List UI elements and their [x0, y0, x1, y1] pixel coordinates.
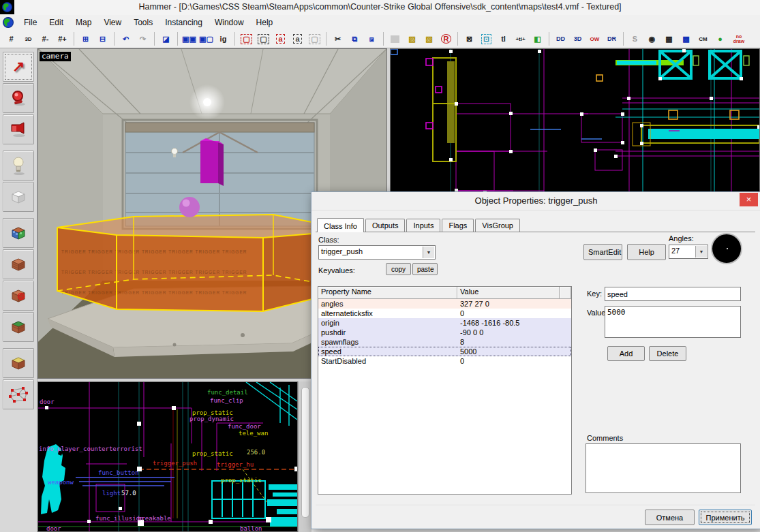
keyvalues-table[interactable]: Property Name Value angles327 27 0 alter… — [318, 286, 572, 495]
flip-faces-button[interactable]: ◧ — [530, 31, 545, 46]
hide-selected-button[interactable]: ▢ — [239, 31, 254, 46]
key-input[interactable] — [605, 287, 741, 301]
block-tool-button[interactable] — [3, 182, 34, 212]
comments-label: Comments — [587, 434, 623, 442]
smartedit-button[interactable]: SmartEdit — [583, 244, 622, 260]
column-header-value[interactable]: Value — [457, 287, 560, 299]
angle-dial[interactable] — [711, 233, 742, 264]
table-row[interactable]: pushdir-90 0 0 — [318, 328, 571, 337]
paint-alpha-button[interactable]: ▩ — [678, 31, 694, 46]
angles-combobox[interactable]: 27 ▼ — [669, 245, 708, 259]
carve-button[interactable]: ◪ — [158, 31, 174, 46]
chevron-down-icon[interactable]: ▼ — [423, 247, 434, 258]
show-hidden-button[interactable]: a — [273, 31, 288, 46]
sculpt-button[interactable]: S — [627, 31, 643, 46]
add-button[interactable]: Add — [607, 346, 645, 361]
menu-edit[interactable]: Edit — [43, 16, 70, 29]
larger-grid-button[interactable]: #+ — [55, 31, 70, 46]
toolbar-separator — [457, 32, 458, 46]
camera-tool-button[interactable] — [3, 114, 34, 144]
menu-tools[interactable]: Tools — [127, 16, 159, 29]
vertex-tool-button[interactable] — [3, 379, 34, 409]
menu-instancing[interactable]: Instancing — [159, 16, 209, 29]
model-fade-preview-button[interactable]: ● — [712, 31, 728, 46]
nodraw-preview-button[interactable]: no draw — [729, 31, 748, 46]
load-window-state-button[interactable]: ⊞ — [78, 31, 93, 46]
value-textarea[interactable]: 5000 — [605, 306, 741, 338]
table-row[interactable]: origin-1468 -1616 -80.5 — [318, 318, 571, 328]
center-mode-button[interactable]: CM — [695, 31, 711, 46]
copy-button[interactable]: ⧉ — [347, 31, 363, 46]
table-row[interactable]: spawnflags8 — [318, 337, 571, 347]
column-header-property-name[interactable]: Property Name — [318, 287, 457, 299]
ungroup-button[interactable]: ▣▢ — [198, 31, 214, 46]
help-button[interactable]: Help — [627, 244, 666, 260]
class-combobox[interactable]: trigger_push ▼ — [318, 245, 436, 260]
record-button[interactable]: R — [438, 31, 454, 46]
texture-application-tool-button[interactable] — [3, 218, 34, 248]
apply-button[interactable]: Применить — [699, 510, 752, 525]
viewport-scrollbar[interactable] — [298, 381, 311, 532]
tab-inputs[interactable]: Inputs — [406, 219, 440, 232]
table-row-selected[interactable]: speed5000 — [318, 347, 571, 356]
copy-keyvalues-button[interactable]: copy — [386, 263, 411, 275]
selection-tool-button[interactable]: ↗ — [3, 52, 34, 82]
toggle-3d-grid-button[interactable]: 3D — [20, 31, 36, 46]
comments-textarea[interactable] — [586, 443, 741, 493]
tab-outputs[interactable]: Outputs — [365, 219, 406, 232]
cancel-button[interactable]: Отмена — [645, 510, 695, 525]
show-all-button[interactable]: ▢ — [307, 31, 322, 46]
clip-tool-button[interactable] — [3, 348, 34, 378]
table-row[interactable]: angles327 27 0 — [318, 299, 571, 309]
displacement-3d-button[interactable]: 3D — [570, 31, 586, 46]
fence-preview-button[interactable]: ▦ — [661, 31, 677, 46]
chevron-down-icon[interactable]: ▼ — [695, 246, 707, 257]
toolbar-separator — [623, 32, 624, 46]
texture-lock-button[interactable]: ▨ — [404, 31, 420, 46]
displacement-walkable-button[interactable]: OW — [587, 31, 603, 46]
overlay-tool-button[interactable] — [3, 312, 34, 342]
texture-scale-lock-button[interactable]: ▧ — [421, 31, 437, 46]
entity-tool-button[interactable] — [3, 151, 34, 181]
select-solid-button[interactable]: ⊠ — [461, 31, 477, 46]
close-button[interactable]: × — [740, 193, 758, 206]
dialog-title-bar[interactable]: Object Properties: trigger_push × — [311, 192, 760, 210]
menu-window[interactable]: Window — [209, 16, 250, 29]
undo-button[interactable]: ↶ — [118, 31, 134, 46]
cut-button[interactable]: ✂ — [330, 31, 346, 46]
menu-help[interactable]: Help — [250, 16, 279, 29]
viewport-label-camera[interactable]: camera — [40, 52, 71, 61]
redo-button[interactable]: ↷ — [135, 31, 151, 46]
texture-lock-tl-button[interactable]: tl — [496, 31, 511, 46]
tab-visgroup[interactable]: VisGroup — [475, 219, 520, 232]
texture-lock-scale-button[interactable]: +tl+ — [513, 31, 528, 46]
table-row[interactable]: StartDisabled0 — [318, 356, 571, 366]
group-button[interactable]: ▣▣ — [181, 31, 197, 46]
table-row[interactable]: alternateticksfix0 — [318, 309, 571, 318]
magnify-tool-button[interactable] — [3, 83, 34, 113]
delete-button[interactable]: Delete — [649, 346, 686, 361]
paste-keyvalues-button[interactable]: paste — [412, 263, 438, 275]
menu-file[interactable]: File — [18, 16, 43, 29]
hide-unselected-button[interactable]: ▢ — [256, 31, 271, 46]
scrollbar-thumb[interactable] — [301, 387, 309, 518]
paste-button[interactable]: ⧈ — [364, 31, 380, 46]
apply-texture-tool-button[interactable] — [3, 249, 34, 279]
menu-view[interactable]: View — [97, 16, 127, 29]
ignore-groups-button[interactable]: ig — [215, 31, 231, 46]
blank-button[interactable] — [387, 31, 403, 46]
hide-visgroup-button[interactable]: a — [290, 31, 305, 46]
tab-class-info[interactable]: Class Info — [317, 218, 364, 232]
radius-culling-button[interactable]: ◉ — [644, 31, 660, 46]
menu-map[interactable]: Map — [70, 16, 97, 29]
tab-flags[interactable]: Flags — [442, 219, 474, 232]
toolbar-separator — [74, 32, 74, 46]
toggle-grid-button[interactable]: # — [3, 31, 19, 46]
displacement-mask-button[interactable]: DD — [553, 31, 568, 46]
smaller-grid-button[interactable]: #- — [37, 31, 53, 46]
displacement-remove-button[interactable]: DR — [604, 31, 620, 46]
select-touching-button[interactable]: ⊡ — [478, 31, 494, 46]
decal-tool-button[interactable] — [3, 281, 34, 311]
save-window-state-button[interactable]: ⊟ — [95, 31, 110, 46]
viewport-2d-bottom[interactable]: door func_detail func_clip prop_static p… — [37, 381, 298, 532]
